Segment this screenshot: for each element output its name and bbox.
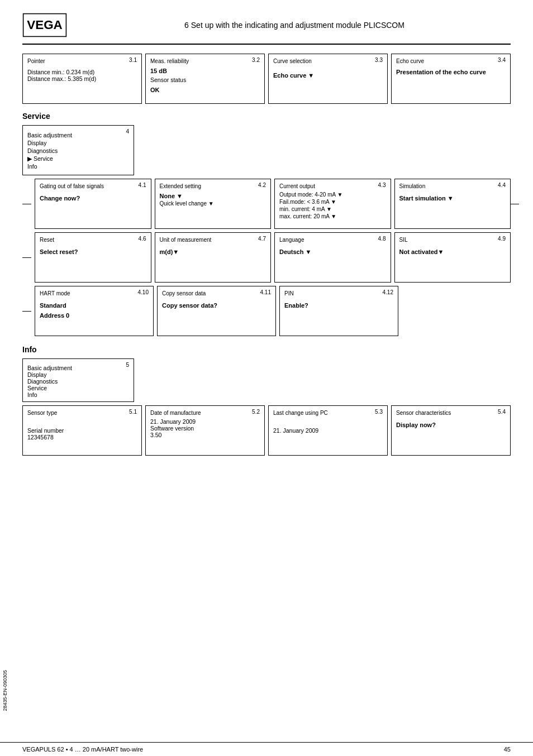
box-5-1: Sensor type 5.1 Serial number 12345678 xyxy=(22,405,142,456)
box-4-12-title: PIN xyxy=(284,290,294,296)
box-5-1-serial-label: Serial number xyxy=(27,427,137,434)
box-3-4-number: 3.4 xyxy=(498,57,506,63)
box-5-2-number: 5.2 xyxy=(252,409,260,415)
box-5-1-blank xyxy=(27,420,137,427)
box-3-1-number: 3.1 xyxy=(129,57,137,63)
box-3-3: Curve selection 3.3 Echo curve ▼ xyxy=(268,54,388,104)
box-4-10-value: Standard xyxy=(40,302,149,309)
box-4-2-value: None ▼ xyxy=(160,193,266,199)
page: VEGA 6 Set up with the indicating and ad… xyxy=(0,0,533,756)
box-4-9-number: 4.9 xyxy=(498,236,506,242)
box-3-2-status-label: Sensor status xyxy=(150,76,260,83)
box-4-1: Gating out of false signals 4.1 Change n… xyxy=(35,179,151,229)
box-4-8-value: Deutsch ▼ xyxy=(279,248,386,255)
box-4-6-title: Reset xyxy=(40,237,54,243)
box-4-4-value: Start simulation ▼ xyxy=(399,195,506,202)
box-4-1-number: 4.1 xyxy=(139,182,146,188)
connector-left-3 xyxy=(22,286,31,336)
box-4-2-title: Extended setting xyxy=(160,183,202,189)
box-5-3-blank xyxy=(273,420,383,427)
menu-item-service: Service xyxy=(27,155,129,162)
info-boxes-row: Sensor type 5.1 Serial number 12345678 D… xyxy=(22,405,511,456)
footer-right: 45 xyxy=(504,746,511,753)
svg-text:VEGA: VEGA xyxy=(27,18,62,32)
box-5-1-serial-value: 12345678 xyxy=(27,434,137,441)
box-4-4-title: Simulation xyxy=(399,183,426,189)
box-4-3-output: Output mode: 4-20 mA ▼ xyxy=(279,192,386,198)
box-4-8-title: Language xyxy=(279,237,304,243)
box-3-1-title: Pointer xyxy=(27,58,45,64)
box-3-4: Echo curve 3.4 Presentation of the echo … xyxy=(391,54,511,104)
box-3-4-title: Echo curve xyxy=(396,58,424,64)
box-4-3-fail: Fail.mode: < 3.6 mA ▼ xyxy=(279,199,386,205)
footer-left: VEGAPULS 62 • 4 … 20 mA/HART two-wire xyxy=(22,746,143,753)
info-menu-item-0: Basic adjustment xyxy=(27,365,129,371)
menu-item-display: Display xyxy=(27,139,129,147)
box-4-3-title: Current output xyxy=(279,183,315,189)
box-3-2: Meas. reliability 3.2 15 dB Sensor statu… xyxy=(145,54,265,104)
box-4-10: HART mode 4.10 Standard Address 0 xyxy=(35,286,154,336)
box-4-6-value: Select reset? xyxy=(40,248,146,255)
box-4-7-number: 4.7 xyxy=(258,236,266,242)
box-5-2-title: Date of manufacture xyxy=(150,410,201,416)
box-5-2-sw-version: 3.50 xyxy=(150,432,260,438)
box-4-11-value: Copy sensor data? xyxy=(162,302,271,309)
box-4-4: Simulation 4.4 Start simulation ▼ xyxy=(394,179,511,229)
vega-logo: VEGA xyxy=(22,11,67,39)
service-menu-row: 4 Basic adjustment Display Diagnostics S… xyxy=(22,125,511,175)
side-label: 28435-EN-090305 xyxy=(2,670,8,711)
info-menu-number: 5 xyxy=(126,362,129,368)
info-heading: Info xyxy=(22,345,511,354)
box-4-6-number: 4.6 xyxy=(139,236,146,242)
info-menu-item-2: Diagnostics xyxy=(27,378,129,385)
service-row-1: Gating out of false signals 4.1 Change n… xyxy=(22,179,511,229)
box-3-3-title: Curve selection xyxy=(273,58,312,64)
footer: VEGAPULS 62 • 4 … 20 mA/HART two-wire 45 xyxy=(0,742,533,756)
box-4-10-number: 4.10 xyxy=(138,289,149,295)
box-4-12-value: Enable? xyxy=(284,302,393,309)
connector-left-1 xyxy=(22,179,31,229)
box-4-4-number: 4.4 xyxy=(498,182,506,188)
box-4-12-number: 4.12 xyxy=(383,289,393,295)
box-5-3: Last change using PC 5.3 21. January 200… xyxy=(268,405,388,456)
info-menu-item-3: Service xyxy=(27,385,129,391)
box-4-11-title: Copy sensor data xyxy=(162,290,206,296)
box-5-1-title: Sensor type xyxy=(27,410,57,416)
box-4-9: SIL 4.9 Not activated▼ xyxy=(394,232,511,283)
service-menu-list: Basic adjustment Display Diagnostics Ser… xyxy=(27,131,129,170)
box-5-4-title: Sensor characteristics xyxy=(396,410,451,416)
box-4-1-value: Change now? xyxy=(40,195,146,202)
box-5-2-sw-label: Software version xyxy=(150,425,260,432)
box-3-2-value: 15 dB xyxy=(150,68,260,74)
box-4-1-title: Gating out of false signals xyxy=(40,183,104,189)
connector-left-2 xyxy=(22,232,31,283)
box-3-1: Pointer 3.1 Distance min.: 0.234 m(d) Di… xyxy=(22,54,142,104)
box-4-11-number: 4.11 xyxy=(260,289,271,295)
box-3-3-number: 3.3 xyxy=(375,57,383,63)
box-5-4-number: 5.4 xyxy=(498,409,506,415)
menu-item-diagnostics: Diagnostics xyxy=(27,147,129,155)
box-3-1-line2: Distance max.: 5.385 m(d) xyxy=(27,75,137,82)
box-5-3-date: 21. January 2009 xyxy=(273,427,383,434)
service-row-2: Reset 4.6 Select reset? Unit of measurem… xyxy=(22,232,511,283)
box-3-4-value: Presentation of the echo curve xyxy=(396,69,506,75)
box-5-3-number: 5.3 xyxy=(375,409,383,415)
box-4-10-title: HART mode xyxy=(40,290,70,296)
box-4-3-number: 4.3 xyxy=(378,182,386,188)
menu-item-basic-adj: Basic adjustment xyxy=(27,131,129,139)
box-4-3-min: min. current: 4 mA ▼ xyxy=(279,206,386,212)
menu-item-info: Info xyxy=(27,162,129,170)
info-menu-item-1: Display xyxy=(27,371,129,378)
info-menu-list: Basic adjustment Display Diagnostics Ser… xyxy=(27,365,129,398)
box-5-4: Sensor characteristics 5.4 Display now? xyxy=(391,405,511,456)
box-4-9-title: SIL xyxy=(399,237,408,243)
diagnostics-row: Pointer 3.1 Distance min.: 0.234 m(d) Di… xyxy=(22,54,511,104)
box-5-2: Date of manufacture 5.2 21. January 2009… xyxy=(145,405,265,456)
box-5-2-date: 21. January 2009 xyxy=(150,418,260,425)
box-4-7-value: m(d)▼ xyxy=(160,248,266,255)
box-4-2: Extended setting 4.2 None ▼ Quick level … xyxy=(155,179,272,229)
box-3-1-line1: Distance min.: 0.234 m(d) xyxy=(27,69,137,75)
service-menu-box: 4 Basic adjustment Display Diagnostics S… xyxy=(22,125,134,175)
box-4-7: Unit of measurement 4.7 m(d)▼ xyxy=(155,232,272,283)
box-3-2-value2: OK xyxy=(150,87,260,93)
